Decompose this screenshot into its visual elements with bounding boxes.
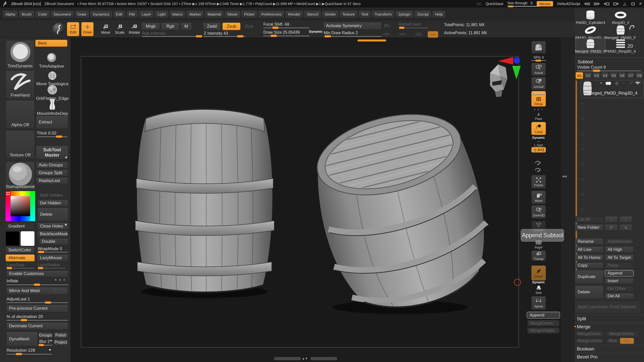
all-to-home-button[interactable]: All To Home [575, 254, 603, 261]
zcut-button[interactable]: Zcut [242, 23, 256, 30]
quicksave-button[interactable]: QuickSave [486, 2, 503, 6]
minimize-icon[interactable]: ▼ [623, 2, 626, 5]
draw-mode-button[interactable]: Draw [81, 22, 94, 36]
thick-slider[interactable]: Thick 0.02 [37, 131, 56, 136]
transp-button[interactable]: Transp [531, 250, 546, 261]
resolution-handle[interactable] [16, 353, 22, 355]
brush-trimadaptive[interactable]: TrimAdaptive [35, 52, 68, 69]
bottom-tray-handle-left[interactable] [274, 357, 301, 360]
menu-alpha[interactable]: Alpha [3, 11, 18, 18]
zsub-button[interactable]: Zsub [222, 23, 240, 30]
focal-shift-slider[interactable]: Focal Shift -56 [263, 22, 289, 27]
see-through-slider[interactable]: See-through 0 [507, 1, 533, 7]
enable-customize-button[interactable]: Enable Customize [6, 270, 68, 277]
mergedown-shelf-button[interactable]: MergeDown [527, 320, 559, 326]
menu-zplugin[interactable]: Zplugin [396, 11, 413, 18]
zoom3d-button[interactable]: Zoom3D [531, 205, 546, 219]
rgb-button[interactable]: Rgb [161, 23, 180, 30]
subtool-tab-v5[interactable]: V5 [610, 72, 617, 79]
subtool-tab-v1[interactable]: V1 [576, 72, 583, 79]
subtool-master-button[interactable]: SubTool Master [36, 146, 68, 159]
replay-last-button[interactable]: ReplayLast [36, 177, 68, 184]
preprocess-current-button[interactable]: Pre-process Current [6, 305, 68, 312]
backface-mask-button[interactable]: BackfaceMask [37, 231, 68, 237]
tray-right-icon[interactable] [613, 3, 619, 5]
shelf-collapse-left-icon[interactable] [584, 3, 590, 5]
draw-size-slider[interactable]: Draw Size 25.05439 [263, 30, 300, 35]
menu-document[interactable]: Document [51, 11, 73, 18]
bpr-button[interactable]: BPR [531, 41, 546, 54]
dynamesh-polish-button[interactable]: Polish [54, 332, 68, 338]
split-section-header[interactable]: Split [574, 315, 644, 323]
mrgb-button[interactable]: Mrgb [141, 23, 160, 30]
visible-count-handle[interactable] [593, 70, 600, 72]
close-icon[interactable]: ✕ [639, 2, 642, 6]
dynamesh-blur-handle[interactable] [38, 344, 44, 346]
menus-button[interactable]: Menus [537, 1, 553, 7]
del-all-button[interactable]: Del All [605, 293, 634, 299]
brush-trimdynamic[interactable]: TrimDynamic [6, 40, 35, 70]
auto-reorder-button[interactable]: AutoReorder [605, 238, 634, 245]
main-color-swatch[interactable] [6, 231, 19, 246]
dynamesh-blur-slider[interactable]: Blur 2 [39, 339, 50, 344]
restore-icon[interactable] [631, 3, 635, 5]
mergevisible-shelf-button[interactable]: MergeVisible [527, 327, 559, 334]
subtool-list-arrow-icon[interactable]: ▼ [599, 81, 603, 85]
close-holes-button[interactable]: Close Holes [37, 223, 68, 230]
brush-visibility-icon[interactable] [629, 81, 633, 84]
menu-material[interactable]: Material [205, 11, 223, 18]
subtool-tab-v7[interactable]: V7 [627, 72, 634, 79]
sym-m-button[interactable]: >M< [428, 31, 438, 38]
all-to-target-button[interactable]: All To Target [605, 254, 634, 261]
move3d-button[interactable]: Move [531, 191, 546, 204]
menu-movie[interactable]: Movie [225, 11, 240, 18]
spin-z-button[interactable]: Z [534, 167, 543, 172]
aahalf-button[interactable]: AAHalf [531, 77, 546, 90]
right-tray-divider[interactable]: ◀◀ [561, 38, 575, 362]
rename-button[interactable]: Rename [575, 238, 603, 245]
split-hidden-button[interactable]: Split Hidden [37, 192, 68, 199]
groups-split-button[interactable]: Groups Split [36, 170, 68, 176]
sym-y-button[interactable]: >Y< [399, 32, 406, 37]
focal-shift-handle[interactable] [272, 27, 279, 29]
tray-collapse-icon[interactable]: ◀◀ [562, 175, 567, 178]
document-canvas[interactable] [70, 38, 561, 362]
menu-layer[interactable]: Layer [139, 11, 154, 18]
decimation-slider[interactable]: % of decimation 20 [7, 314, 43, 319]
sv-square[interactable] [11, 196, 30, 216]
resolution-slider[interactable]: Resolution 128 [7, 348, 35, 353]
double-button[interactable]: Double [39, 238, 68, 245]
list-all-button[interactable]: List All [575, 216, 603, 223]
visible-count-slider[interactable]: Visible Count 9 [577, 65, 606, 70]
menu-draw[interactable]: Draw [75, 11, 89, 18]
thick-handle[interactable] [56, 135, 62, 138]
lazy-radius-handle[interactable] [38, 267, 43, 269]
solo-button[interactable]: Solo [531, 285, 546, 295]
gradient-toggle[interactable]: Gradient [6, 223, 35, 230]
shelf-collapse-right-icon[interactable] [594, 3, 600, 5]
extract-button[interactable]: Extract [36, 116, 68, 129]
z-intensity-handle[interactable] [237, 35, 244, 37]
menu-zscript[interactable]: Zscript [415, 11, 431, 18]
subtool-tab-v8[interactable]: V8 [635, 72, 643, 79]
move-mode-button[interactable]: M Move [100, 22, 112, 36]
move-out-folder-icon[interactable]: ↳ [619, 224, 632, 231]
brush-freehand[interactable]: FreeHand [6, 70, 35, 99]
lazy-step-handle[interactable] [7, 267, 12, 269]
duplicate-button[interactable]: Duplicate [575, 270, 603, 284]
menu-help[interactable]: Help [432, 11, 445, 18]
material-slot[interactable]: StartupMaterial [6, 161, 35, 191]
lsym-button[interactable]: L.Sym [531, 140, 546, 147]
activate-symmetry-button[interactable]: Activate Symmetry [323, 22, 382, 30]
decimation-handle[interactable] [21, 319, 27, 321]
menu-edit[interactable]: Edit [113, 11, 125, 18]
spin-y-button[interactable]: Y [534, 160, 543, 165]
texture-slot[interactable]: Texture Off [6, 130, 35, 159]
alternate-button[interactable]: Alternate [6, 254, 35, 261]
menu-transform[interactable]: Transform [372, 11, 394, 18]
tool-slot-1[interactable]: Ring3D_2 [606, 10, 635, 25]
adjust-last-handle[interactable] [45, 301, 51, 304]
scale-mode-button[interactable]: S Scale [114, 22, 126, 36]
xyz-button[interactable]: XYZ [531, 147, 546, 153]
merge-down-button[interactable]: MergeDown [575, 331, 603, 337]
